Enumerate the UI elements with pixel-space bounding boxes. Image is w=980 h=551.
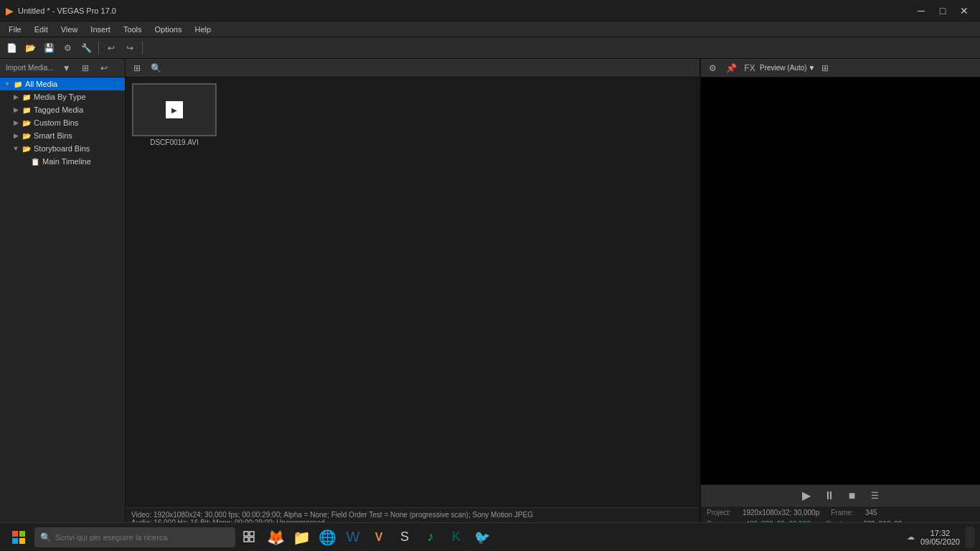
preview-toolbar: ⚙ 📌 FX Preview (Auto) ▼ ⊞ (701, 59, 980, 77)
dropbox-icon: ☁ (907, 532, 915, 542)
tree-item-main-timeline[interactable]: 📋 Main Timeline (0, 155, 125, 168)
tree-item-tagged-media[interactable]: ▶ 📁 Tagged Media (0, 103, 125, 116)
app-icon: ▶ (6, 5, 14, 17)
tree-item-all-media[interactable]: ▼ 📁 All Media (0, 77, 125, 90)
expand-tagged-media[interactable]: ▶ (11, 105, 20, 114)
menu-tools[interactable]: Tools (118, 22, 148, 37)
panel-tool3[interactable]: ↩ (95, 60, 113, 77)
task-view-icon (243, 531, 256, 544)
open-button[interactable]: 📂 (22, 39, 39, 57)
menu-options[interactable]: Options (149, 22, 188, 37)
title-bar: ▶ Untitled * - VEGAS Pro 17.0 ─ □ ✕ (0, 0, 980, 22)
preview-screen (701, 77, 980, 484)
menu-view[interactable]: View (55, 22, 84, 37)
undo-button[interactable]: ↩ (103, 39, 120, 57)
expand-custom-bins[interactable]: ▶ (11, 118, 20, 127)
title-bar-left: ▶ Untitled * - VEGAS Pro 17.0 (6, 5, 116, 17)
frame-value: 345 (865, 509, 877, 517)
taskbar-right: ☁ 17:32 09/05/2020 (907, 527, 974, 548)
panel-tool2[interactable]: ⊞ (77, 60, 94, 77)
expand-storyboard-bins[interactable]: ▼ (11, 144, 20, 153)
media-filename: DSCF0019.AVI (150, 138, 199, 146)
media-view-toggle[interactable]: ⊞ (128, 60, 146, 77)
taskbar-chrome[interactable]: 🌐 (316, 526, 339, 549)
redo-button[interactable]: ↪ (121, 39, 138, 57)
taskbar-skype[interactable]: S (393, 526, 416, 549)
media-search[interactable]: 🔍 (147, 60, 164, 77)
svg-rect-52 (12, 538, 18, 544)
toolbar-sep1 (98, 42, 99, 55)
preview-settings[interactable]: ⚙ (704, 60, 721, 77)
taskbar-spotify[interactable]: ♪ (419, 526, 442, 549)
menu-insert[interactable]: Insert (85, 22, 116, 37)
expand-smart-bins[interactable]: ▶ (11, 131, 20, 140)
taskbar-explorer[interactable]: 📁 (290, 526, 313, 549)
media-tree: ▼ 📁 All Media ▶ 📁 Media By Type ▶ 📁 Tagg… (0, 77, 125, 529)
svg-rect-56 (244, 537, 248, 542)
preview-grid[interactable]: ⊞ (816, 60, 834, 77)
expand-media-by-type[interactable]: ▶ (11, 93, 20, 101)
menu-edit[interactable]: Edit (29, 22, 54, 37)
windows-taskbar: 🔍 🦊 📁 🌐 W V S ♪ K 🐦 ☁ 17:32 09/05/2020 (0, 522, 980, 551)
taskbar-vegas[interactable]: V (367, 526, 390, 549)
main-toolbar: 📄 📂 💾 ⚙ 🔧 ↩ ↪ (0, 37, 980, 59)
tree-item-smart-bins[interactable]: ▶ 📂 Smart Bins (0, 129, 125, 142)
media-item-dscf0019[interactable]: ▶ DSCF0019.AVI (131, 83, 217, 146)
preview-play-button[interactable]: ▶ (798, 487, 815, 504)
tree-item-media-by-type[interactable]: ▶ 📁 Media By Type (0, 90, 125, 103)
expand-all-media[interactable]: ▼ (3, 80, 11, 88)
new-button[interactable]: 📄 (3, 39, 20, 57)
preview-snap[interactable]: 📌 (722, 60, 740, 77)
media-toolbar: ⊞ 🔍 (126, 59, 699, 77)
save-button[interactable]: 💾 (40, 39, 57, 57)
minimize-button[interactable]: ─ (911, 1, 931, 21)
maximize-button[interactable]: □ (933, 1, 953, 21)
preview-menu-button[interactable]: ☰ (867, 487, 884, 504)
start-button[interactable] (6, 524, 32, 550)
left-panel: Import Media... ▼ ⊞ ↩ ▼ 📁 All Media ▶ 📁 … (0, 59, 126, 529)
expand-main-timeline[interactable] (20, 157, 29, 166)
media-grid: ▶ DSCF0019.AVI (126, 77, 699, 507)
frame-label: Frame: (831, 509, 854, 517)
menu-bar: File Edit View Insert Tools Options Help (0, 22, 980, 37)
taskbar-firefox[interactable]: 🦊 (264, 526, 287, 549)
taskbar-notify-icons: ☁ (907, 532, 915, 542)
preview-mode-selector[interactable]: Preview (Auto) ▼ (760, 64, 815, 72)
folder-icon: 📂 (22, 131, 32, 141)
tree-item-storyboard-bins[interactable]: ▼ 📂 Storyboard Bins (0, 142, 125, 155)
windows-logo-icon (11, 530, 26, 545)
media-thumbnail: ▶ (132, 83, 217, 136)
taskbar-word[interactable]: W (341, 526, 364, 549)
task-view-button[interactable] (238, 526, 261, 549)
svg-rect-57 (250, 537, 254, 542)
preview-pause-button[interactable]: ⏸ (821, 487, 838, 504)
folder-icon: 📁 (22, 105, 32, 115)
tree-item-custom-bins[interactable]: ▶ 📂 Custom Bins (0, 116, 125, 129)
project-label: Project: (707, 509, 731, 517)
search-input[interactable] (55, 533, 230, 542)
play-icon: ▶ (166, 101, 183, 118)
taskbar-misc[interactable]: 🐦 (471, 526, 494, 549)
media-content-area: ⊞ 🔍 ▶ DSCF0019.AVI Video: 1920x1080x24; … (126, 59, 700, 529)
preview-panel: ⚙ 📌 FX Preview (Auto) ▼ ⊞ ▶ ⏸ ■ ☰ Projec… (700, 59, 980, 529)
render-as-button[interactable]: ⚙ (59, 39, 76, 57)
preview-fx[interactable]: FX (741, 60, 758, 77)
panel-tool1[interactable]: ▼ (58, 60, 75, 77)
show-desktop-button[interactable] (966, 527, 974, 548)
taskbar-clock[interactable]: 17:32 09/05/2020 (920, 529, 960, 546)
import-media-button[interactable]: Import Media... (3, 60, 57, 77)
preview-stop-button[interactable]: ■ (844, 487, 861, 504)
close-button[interactable]: ✕ (954, 1, 974, 21)
menu-file[interactable]: File (3, 22, 27, 37)
title-bar-controls: ─ □ ✕ (911, 1, 974, 21)
menu-help[interactable]: Help (189, 22, 217, 37)
left-panel-toolbar: Import Media... ▼ ⊞ ↩ (0, 59, 125, 77)
taskbar-kaspersky[interactable]: K (445, 526, 468, 549)
search-icon: 🔍 (40, 532, 51, 542)
taskbar-search-bar[interactable]: 🔍 (34, 527, 235, 547)
preview-info: Project: 1920x1080x32; 30,000p Frame: 34… (701, 506, 980, 519)
folder-icon: 📂 (22, 118, 32, 128)
properties-button[interactable]: 🔧 (77, 39, 95, 57)
clock-date: 09/05/2020 (920, 537, 960, 546)
svg-rect-55 (250, 532, 254, 536)
